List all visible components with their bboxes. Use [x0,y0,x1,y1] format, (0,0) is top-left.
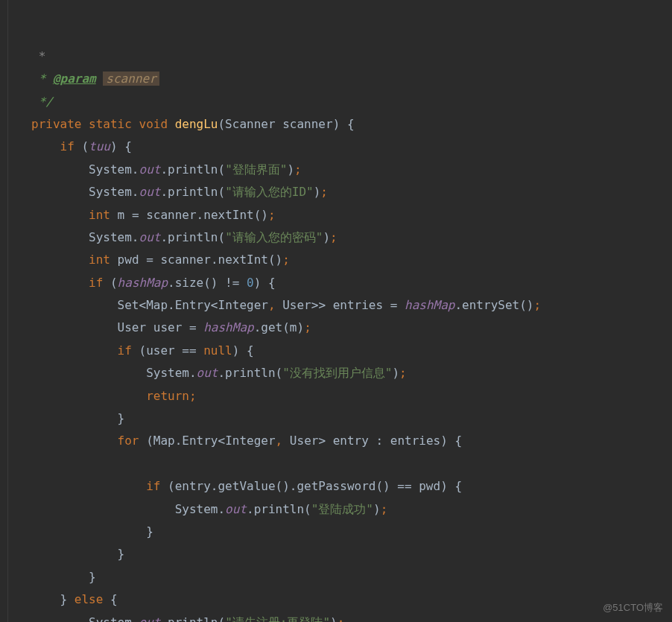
field-tuu: tuu [89,139,110,153]
code-editor[interactable]: * * @param scanner */ private static voi… [0,0,672,622]
doc-tag: @param [53,72,96,86]
kw-if: if [60,139,75,153]
string-lit: "登陆界面" [225,162,287,177]
doc-param: scanner [103,72,159,86]
doc-line: * [31,72,53,86]
doc-close: */ [31,95,53,109]
field-out: out [139,162,161,177]
modifier-private: private static void [31,117,168,131]
id-println: println [168,162,218,177]
method-name: dengLu [175,117,218,131]
doc-star: * [31,49,45,63]
param-type: Scanner [225,117,275,131]
editor-gutter [0,0,21,622]
param-name: scanner [282,117,332,131]
id-system: System [89,162,132,177]
watermark: @51CTO博客 [603,599,663,618]
